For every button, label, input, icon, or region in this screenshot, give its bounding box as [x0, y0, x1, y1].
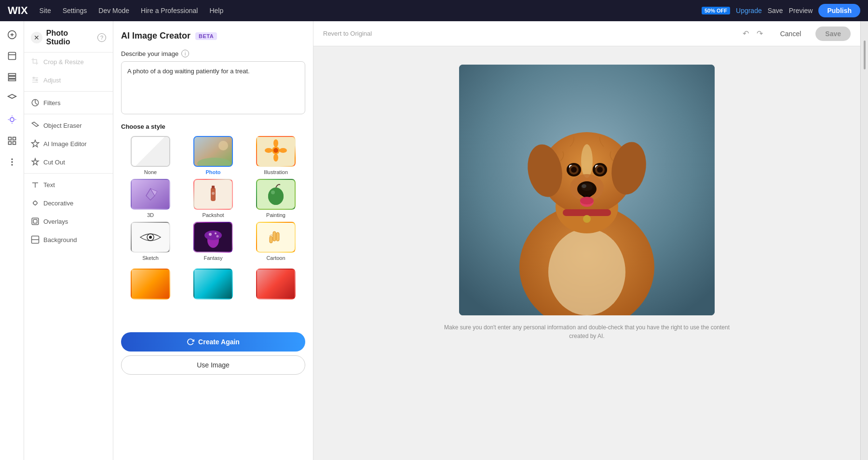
svg-point-79	[597, 167, 603, 173]
style-painting-label: Painting	[266, 212, 285, 218]
dog-illustration	[459, 65, 715, 315]
nav-site[interactable]: Site	[40, 7, 51, 14]
cancel-button[interactable]: Cancel	[773, 27, 808, 41]
describe-info-icon[interactable]: i	[181, 50, 189, 57]
style-cartoon[interactable]: Cartoon	[246, 222, 305, 261]
photo-studio-panel: ✕ Photo Studio ? Crop & Resize Adjust Fi…	[24, 21, 113, 460]
style-photo-label: Photo	[205, 169, 220, 175]
tool-overlays[interactable]: Overlays	[24, 212, 113, 230]
svg-rect-3	[8, 53, 15, 60]
undo-button[interactable]: ↶	[740, 27, 752, 40]
disclaimer-text: Make sure you don't enter any personal i…	[442, 323, 732, 340]
ai-creator-title: AI Image Creator	[121, 31, 190, 41]
style-grid: None	[121, 136, 305, 261]
style-packshot-label: Packshot	[202, 212, 224, 218]
style-3d[interactable]: 3D	[121, 179, 180, 218]
action-buttons: Create Again Use Image	[121, 332, 305, 375]
style-illustration[interactable]: Illustration	[246, 136, 305, 175]
help-icon[interactable]: ?	[97, 33, 106, 42]
style-photo[interactable]: Photo	[184, 136, 243, 175]
sidebar-design[interactable]	[2, 89, 22, 108]
scrollbar-thumb[interactable]	[864, 41, 866, 69]
svg-point-25	[33, 201, 37, 205]
style-row4b[interactable]	[184, 269, 243, 299]
tool-cut-out[interactable]: Cut Out	[24, 153, 113, 171]
upgrade-button[interactable]: Upgrade	[736, 7, 762, 14]
svg-point-19	[33, 77, 35, 79]
style-sketch-label: Sketch	[142, 255, 159, 261]
save-button-top[interactable]: Save	[768, 7, 783, 14]
use-image-button[interactable]: Use Image	[121, 355, 305, 375]
svg-point-39	[273, 148, 278, 153]
describe-label: Describe your image i	[121, 50, 305, 57]
close-button[interactable]: ✕	[31, 32, 42, 43]
tool-filters[interactable]: Filters	[24, 94, 113, 112]
sidebar-apps[interactable]	[2, 131, 22, 150]
left-sidebar	[0, 21, 24, 460]
style-illustration-label: Illustration	[264, 169, 288, 175]
svg-point-57	[209, 233, 212, 236]
nav-hire[interactable]: Hire a Professional	[141, 7, 198, 14]
style-row4c[interactable]	[246, 269, 305, 299]
svg-rect-6	[8, 76, 15, 78]
svg-point-15	[12, 164, 13, 165]
canvas-area: Revert to Original ↶ ↷ Cancel Save	[313, 21, 860, 460]
svg-point-8	[10, 118, 14, 122]
svg-point-87	[583, 215, 591, 223]
canvas-header: Revert to Original ↶ ↷ Cancel Save	[313, 21, 860, 46]
create-again-button[interactable]: Create Again	[121, 332, 305, 352]
preview-button[interactable]: Preview	[789, 7, 813, 14]
sidebar-pages[interactable]	[2, 46, 22, 66]
ai-creator-panel: AI Image Creator BETA Describe your imag…	[113, 21, 313, 460]
svg-rect-61	[273, 231, 276, 241]
publish-button[interactable]: Publish	[818, 4, 860, 17]
sidebar-sections[interactable]	[2, 68, 22, 87]
style-label: Choose a style	[121, 123, 305, 130]
wix-logo: WIX	[8, 4, 28, 17]
style-fantasy[interactable]: Fantasy	[184, 222, 243, 261]
svg-point-37	[265, 148, 272, 153]
style-none[interactable]: None	[121, 136, 180, 175]
tool-adjust: Adjust	[24, 71, 113, 89]
svg-rect-9	[8, 137, 11, 140]
sidebar-add[interactable]	[2, 25, 22, 44]
nav-devmode[interactable]: Dev Mode	[98, 7, 129, 14]
top-bar-right: 50% OFF Upgrade Save Preview Publish	[702, 4, 860, 17]
style-painting[interactable]: Painting	[246, 179, 305, 218]
divider2	[24, 114, 113, 114]
svg-rect-12	[13, 142, 15, 145]
top-bar-left: WIX Site Settings Dev Mode Hire a Profes…	[8, 4, 223, 17]
photo-studio-header: ✕ Photo Studio ?	[24, 21, 113, 53]
tool-decorative[interactable]: Decorative	[24, 194, 113, 212]
svg-line-29	[143, 144, 158, 159]
style-sketch[interactable]: Sketch	[121, 222, 180, 261]
sidebar-ai[interactable]	[2, 110, 22, 129]
style-packshot[interactable]: Packshot	[184, 179, 243, 218]
redo-button[interactable]: ↷	[754, 27, 766, 40]
describe-textarea[interactable]: A photo of a dog waiting patiently for a…	[121, 61, 305, 114]
ai-creator-header: AI Image Creator BETA	[121, 31, 305, 41]
editor-area: ✕ Photo Studio ? Crop & Resize Adjust Fi…	[0, 21, 868, 460]
svg-rect-7	[8, 79, 15, 81]
style-grid-row4	[121, 269, 305, 299]
nav-settings[interactable]: Settings	[63, 7, 87, 14]
dog-image	[459, 65, 715, 315]
svg-point-58	[215, 232, 217, 234]
nav-help[interactable]: Help	[209, 7, 223, 14]
canvas-save-button[interactable]: Save	[815, 27, 851, 41]
style-row4a[interactable]	[121, 269, 180, 299]
style-fantasy-label: Fantasy	[203, 255, 222, 261]
svg-rect-26	[32, 218, 39, 225]
tool-text[interactable]: Text	[24, 176, 113, 194]
style-3d-label: 3D	[147, 212, 154, 218]
tool-object-eraser[interactable]: Object Eraser	[24, 116, 113, 135]
svg-rect-63	[270, 236, 272, 243]
tool-ai-image-editor[interactable]: AI Image Editor	[24, 135, 113, 153]
sidebar-more[interactable]	[2, 152, 22, 172]
right-sidebar	[860, 21, 868, 460]
revert-button[interactable]: Revert to Original	[323, 30, 372, 37]
divider1	[24, 91, 113, 92]
tool-background[interactable]: Background	[24, 230, 113, 249]
photo-studio-title: Photo Studio	[46, 29, 94, 46]
top-bar: WIX Site Settings Dev Mode Hire a Profes…	[0, 0, 868, 21]
